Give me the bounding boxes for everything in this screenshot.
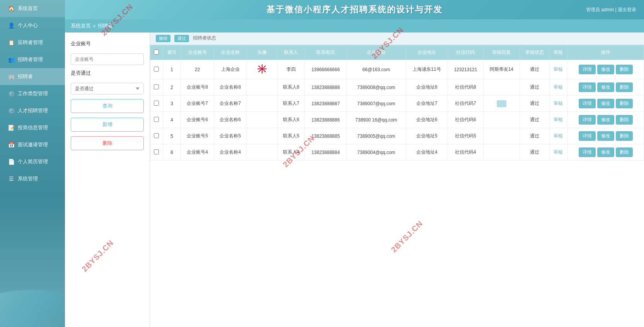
row-contact: 联系人7 — [278, 96, 305, 112]
row-audit-cell: 审核 — [549, 144, 567, 161]
row-company-name: 企业名称8 — [214, 79, 247, 96]
row-checkbox[interactable] — [154, 67, 159, 72]
huawei-logo — [252, 63, 272, 75]
detail-button[interactable]: 详情 — [579, 99, 596, 108]
sidebar-item-personal-resume[interactable]: 📄 个人简历管理 — [0, 153, 65, 170]
row-audit-reply: 阿斯蒂友14 — [483, 60, 520, 79]
row-checkbox-cell — [150, 112, 163, 128]
edit-button[interactable]: 修改 — [597, 82, 614, 92]
row-actions: 详情修改删除 — [567, 60, 644, 79]
row-audit-reply — [483, 79, 520, 96]
resume-icon: 📄 — [8, 159, 15, 165]
edit-button[interactable]: 修改 — [597, 147, 614, 157]
menu-icon: ☰ — [8, 176, 15, 182]
row-audit-status: 通过 — [520, 144, 549, 161]
row-company-name: 企业名称5 — [214, 128, 247, 144]
col-index: 索引 — [163, 45, 181, 60]
row-social-code: 社信代码5 — [448, 128, 483, 144]
row-phone: 13823888884 — [305, 144, 347, 161]
delete-row-button[interactable]: 删除 — [616, 82, 633, 92]
main-area: 基于微信小程序人才招聘系统的设计与开发 管理员 admin | 退出登录 系统首… — [65, 0, 644, 327]
edit-button[interactable]: 修改 — [597, 131, 614, 141]
row-audit-status: 通过 — [520, 128, 549, 144]
sidebar-item-profile[interactable]: 👤 个人中心 — [0, 17, 65, 34]
row-checkbox[interactable] — [154, 149, 159, 154]
row-address: 上海浦东11号 — [406, 60, 448, 79]
row-account: 企业账号7 — [181, 96, 214, 112]
detail-button[interactable]: 详情 — [579, 82, 596, 92]
new-button[interactable]: 新增 — [71, 118, 144, 132]
sidebar-item-resume-info[interactable]: 📝 投简信息管理 — [0, 119, 65, 136]
row-index: 6 — [163, 144, 181, 161]
sidebar-item-talent-recruit[interactable]: ⚙️ 人才招聘管理 — [0, 102, 65, 119]
table-row: 122上海企业 李四1396666666666@163.com上海浦东11号12… — [150, 60, 644, 79]
edit-button[interactable]: 修改 — [597, 115, 614, 125]
breadcrumb-home[interactable]: 系统首页 — [71, 22, 91, 29]
row-contact: 联系人6 — [278, 112, 305, 128]
row-email: 7389005@qq.com — [347, 128, 406, 144]
col-audit-reply: 审核回复 — [483, 45, 520, 60]
delete-row-button[interactable]: 删除 — [616, 99, 633, 108]
query-button[interactable]: 查询 — [71, 99, 144, 113]
sidebar-item-job-type[interactable]: ⚙️ 工作类型管理 — [0, 85, 65, 102]
is-approved-select[interactable]: 是否通过通过不通过 — [71, 83, 144, 94]
audit-link[interactable]: 审核 — [554, 101, 563, 106]
row-index: 2 — [163, 79, 181, 96]
audit-link[interactable]: 审核 — [554, 149, 563, 155]
row-actions: 详情修改删除 — [567, 112, 644, 128]
filter-panel: 企业账号 是否通过 是否通过通过不通过 查询 新增 删除 — [65, 33, 150, 327]
sidebar-item-home[interactable]: 🏠 系统首页 — [0, 0, 65, 17]
sidebar-item-recruiter-mgmt[interactable]: 👥 招聘者管理 — [0, 51, 65, 68]
sidebar-item-recruiter[interactable]: 🏢 招聘者 — [0, 68, 65, 85]
row-company-name: 上海企业 — [214, 60, 247, 79]
delete-row-button[interactable]: 删除 — [616, 115, 633, 125]
row-checkbox-cell — [150, 144, 163, 161]
batch-delete-button[interactable]: 删除 — [71, 136, 144, 150]
row-checkbox[interactable] — [154, 117, 159, 122]
company-account-label: 企业账号 — [71, 40, 144, 47]
audit-link[interactable]: 审核 — [554, 67, 563, 72]
edit-button[interactable]: 修改 — [597, 65, 614, 74]
row-checkbox[interactable] — [154, 133, 159, 138]
sidebar-item-system-mgmt[interactable]: ☰ 系统管理 — [0, 170, 65, 187]
row-phone: 13823888887 — [305, 96, 347, 112]
detail-button[interactable]: 详情 — [579, 115, 596, 125]
svg-line-7 — [263, 66, 266, 68]
building-icon: 🏢 — [8, 74, 15, 80]
row-avatar — [247, 128, 277, 144]
table-row: 3企业账号7企业名称7联系人7138238888877389007@qq.com… — [150, 96, 644, 112]
row-checkbox[interactable] — [154, 84, 159, 89]
row-audit-status: 通过 — [520, 112, 549, 128]
delete-row-button[interactable]: 删除 — [616, 147, 633, 157]
status-tag-revoke[interactable]: 撤销 — [156, 35, 170, 42]
detail-button[interactable]: 详情 — [579, 131, 596, 141]
row-audit-reply — [483, 112, 520, 128]
svg-line-5 — [259, 66, 261, 68]
audit-link[interactable]: 审核 — [554, 84, 563, 90]
row-avatar — [247, 79, 277, 96]
company-account-input[interactable] — [71, 53, 144, 65]
table-row: 4企业账号6企业名称6联系人613823888886738900 16@qq.c… — [150, 112, 644, 128]
delete-row-button[interactable]: 删除 — [616, 131, 633, 141]
row-email: 7389007@qq.com — [347, 96, 406, 112]
row-address: 企业地址6 — [406, 112, 448, 128]
app-title: 基于微信小程序人才招聘系统的设计与开发 — [266, 4, 443, 15]
row-social-code: 社信代码6 — [448, 112, 483, 128]
detail-button[interactable]: 详情 — [579, 65, 596, 74]
is-approved-label: 是否通过 — [71, 70, 144, 77]
sidebar-item-applicant-mgmt[interactable]: 📋 应聘者管理 — [0, 34, 65, 51]
status-tag-approve[interactable]: 通过 — [174, 35, 189, 42]
audit-link[interactable]: 审核 — [554, 117, 563, 122]
row-checkbox[interactable] — [154, 101, 159, 106]
select-all-checkbox[interactable] — [154, 50, 159, 55]
row-checkbox-cell — [150, 79, 163, 96]
sidebar-item-interview[interactable]: 📅 面试邀请管理 — [0, 136, 65, 153]
delete-row-button[interactable]: 删除 — [616, 65, 633, 74]
audit-link[interactable]: 审核 — [554, 133, 563, 139]
edit-button[interactable]: 修改 — [597, 99, 614, 108]
audit-reply-badge — [497, 100, 506, 107]
user-info: 管理员 admin | 退出登录 — [586, 7, 636, 13]
row-address: 企业地址7 — [406, 96, 448, 112]
breadcrumb: 系统首页 ≡ 招聘者 — [65, 19, 644, 33]
detail-button[interactable]: 详情 — [579, 147, 596, 157]
